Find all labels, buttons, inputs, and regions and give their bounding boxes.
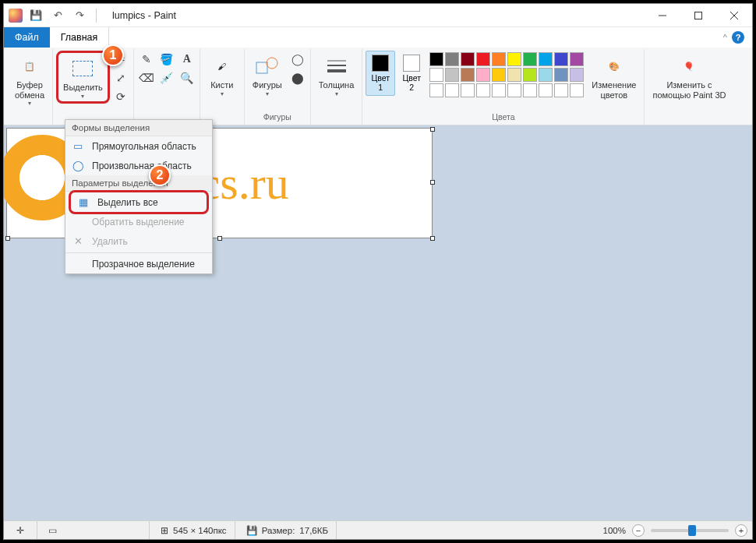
help-icon[interactable]: ? xyxy=(732,31,744,44)
dd-item-select-all[interactable]: ▦Выделить все xyxy=(69,190,209,214)
maximize-button[interactable] xyxy=(680,4,716,27)
group-shapes: Фигуры ▾ ◯ ⬤ Фигуры xyxy=(245,49,311,125)
color-palette xyxy=(428,51,585,99)
color1-button[interactable]: Цвет 1 xyxy=(366,51,395,96)
dd-item-rect[interactable]: ▭Прямоугольная область xyxy=(65,136,212,156)
color-swatch[interactable] xyxy=(539,52,553,66)
color-swatch[interactable] xyxy=(445,52,459,66)
select-all-icon: ▦ xyxy=(77,196,90,208)
delete-icon: ✕ xyxy=(72,235,84,247)
color-swatch[interactable] xyxy=(507,68,521,82)
color-swatch[interactable] xyxy=(492,52,506,66)
brushes-button[interactable]: 🖌 Кисти ▾ xyxy=(203,51,241,99)
clipboard-icon: 📋 xyxy=(17,54,42,79)
svg-rect-1 xyxy=(695,12,702,19)
color-swatch[interactable] xyxy=(492,83,506,97)
color-swatch[interactable] xyxy=(539,83,553,97)
resize-handle[interactable] xyxy=(430,180,435,185)
status-cursor: ✛ xyxy=(9,521,37,539)
fill-icon[interactable]: 🪣 xyxy=(157,51,176,68)
color-swatch[interactable] xyxy=(476,83,490,97)
color-swatch[interactable] xyxy=(507,83,521,97)
shapes-icon xyxy=(255,54,280,79)
color-swatch[interactable] xyxy=(429,68,443,82)
color-swatch[interactable] xyxy=(445,83,459,97)
resize-icon[interactable]: ⤢ xyxy=(111,69,130,86)
color-swatch[interactable] xyxy=(523,68,537,82)
resize-handle[interactable] xyxy=(217,236,222,241)
tab-file[interactable]: Файл xyxy=(4,27,50,48)
thickness-button[interactable]: Толщина ▾ xyxy=(314,51,359,99)
app-icon xyxy=(9,9,23,23)
select-dropdown: Формы выделения ▭Прямоугольная область ◯… xyxy=(65,119,213,274)
color-swatch[interactable] xyxy=(507,52,521,66)
zoom-slider[interactable] xyxy=(651,529,729,532)
status-selection: ▭ xyxy=(41,521,150,539)
titlebar: 💾 ↶ ↷ lumpics - Paint xyxy=(4,4,752,27)
status-dimensions: ⊞545 × 140пкс xyxy=(153,521,235,539)
select-button[interactable]: Выделить ▾ xyxy=(56,51,110,104)
color-swatch[interactable] xyxy=(476,68,490,82)
zoom-out-button[interactable]: − xyxy=(632,524,645,537)
qat-undo-icon[interactable]: ↶ xyxy=(49,7,66,24)
color-swatch[interactable] xyxy=(570,68,584,82)
disk-icon: 💾 xyxy=(246,525,257,536)
tab-home[interactable]: Главная xyxy=(50,27,110,48)
color-swatch[interactable] xyxy=(461,52,475,66)
color-swatch[interactable] xyxy=(445,68,459,82)
zoom-icon[interactable]: 🔍 xyxy=(178,69,196,86)
paint3d-button[interactable]: 🎈 Изменить с помощью Paint 3D xyxy=(648,51,730,101)
color-swatch[interactable] xyxy=(429,52,443,66)
resize-handle[interactable] xyxy=(430,236,435,241)
rect-select-icon: ▭ xyxy=(72,140,84,152)
dd-item-free[interactable]: ◯Произвольная область xyxy=(65,156,212,175)
resize-handle[interactable] xyxy=(430,127,435,132)
annotation-marker-1: 1 xyxy=(102,44,124,66)
fillshape-icon[interactable]: ⬤ xyxy=(288,69,307,86)
color-swatch[interactable] xyxy=(461,68,475,82)
dd-item-delete: ✕Удалить xyxy=(65,231,212,251)
eraser-icon[interactable]: ⌫ xyxy=(137,69,156,86)
color-swatch[interactable] xyxy=(554,68,568,82)
zoom-in-button[interactable]: + xyxy=(735,524,747,537)
color-swatch[interactable] xyxy=(554,83,568,97)
shapes-button[interactable]: Фигуры ▾ xyxy=(248,51,287,99)
rotate-icon[interactable]: ⟳ xyxy=(111,88,130,105)
color-swatch[interactable] xyxy=(492,68,506,82)
outline-icon[interactable]: ◯ xyxy=(288,51,307,68)
collapse-ribbon-icon[interactable]: ^ xyxy=(723,33,727,42)
minimize-button[interactable] xyxy=(645,4,680,27)
color-swatch[interactable] xyxy=(429,83,443,97)
color-swatch[interactable] xyxy=(523,52,537,66)
group-clipboard: 📋 Буфер обмена ▾ xyxy=(7,49,53,125)
color-swatch[interactable] xyxy=(476,52,490,66)
close-button[interactable] xyxy=(716,4,752,27)
edit-colors-button[interactable]: 🎨 Изменение цветов xyxy=(587,51,641,101)
annotation-marker-2: 2 xyxy=(149,164,171,186)
zoom-control: 100% − + xyxy=(603,524,747,537)
dd-item-transparent[interactable]: Прозрачное выделение xyxy=(65,255,212,273)
paint-window: 💾 ↶ ↷ lumpics - Paint Файл Главная ^ ? 📋… xyxy=(3,3,753,540)
text-icon[interactable]: A xyxy=(178,51,196,68)
pencil-icon[interactable]: ✎ xyxy=(137,51,156,68)
dd-section-params: Параметры выделения xyxy=(65,175,212,192)
color2-button[interactable]: Цвет 2 xyxy=(397,51,426,96)
color-swatch[interactable] xyxy=(539,68,553,82)
brush-icon: 🖌 xyxy=(210,54,235,79)
group-paint3d: 🎈 Изменить с помощью Paint 3D xyxy=(645,49,733,125)
window-title: lumpics - Paint xyxy=(112,10,176,21)
qat-redo-icon[interactable]: ↷ xyxy=(71,7,88,24)
picker-icon[interactable]: 💉 xyxy=(157,69,176,86)
qat-save-icon[interactable]: 💾 xyxy=(27,7,44,24)
clipboard-button[interactable]: 📋 Буфер обмена ▾ xyxy=(10,51,49,108)
color-swatch[interactable] xyxy=(523,83,537,97)
dd-section-shapes: Формы выделения xyxy=(65,120,212,136)
color-swatch[interactable] xyxy=(461,83,475,97)
select-rect-icon xyxy=(72,61,93,76)
svg-point-5 xyxy=(267,58,277,69)
color-swatch[interactable] xyxy=(570,83,584,97)
resize-handle[interactable] xyxy=(5,236,10,241)
color-swatch[interactable] xyxy=(554,52,568,66)
color-swatch[interactable] xyxy=(570,52,584,66)
paint3d-icon: 🎈 xyxy=(677,54,701,79)
